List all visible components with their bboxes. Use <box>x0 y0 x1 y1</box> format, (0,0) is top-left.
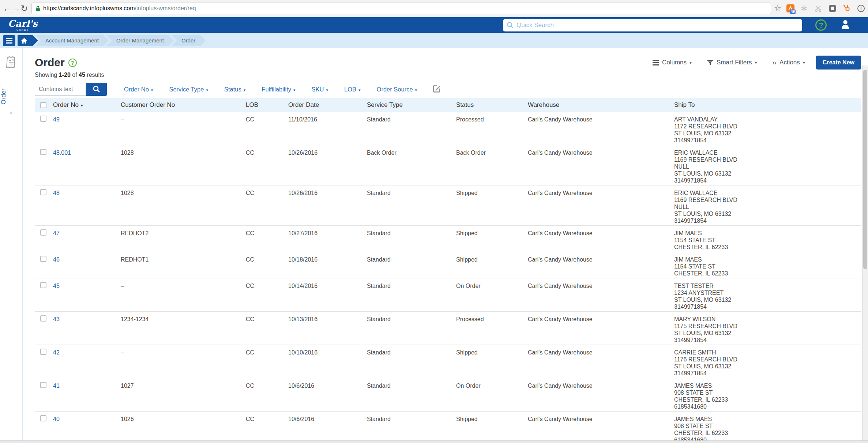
row-checkbox-cell <box>35 345 53 378</box>
carls-candy-logo[interactable]: Carl's CANDY <box>8 19 38 31</box>
ship-to-line: 1169 RESEARCH BLVD <box>674 196 861 203</box>
extension-alert-icon[interactable]: ! <box>856 4 866 13</box>
table-row[interactable]: 401026CC10/6/2016StandardShippedCarl's C… <box>35 412 861 443</box>
extension-orange-icon[interactable]: 49 <box>786 4 794 12</box>
lob-cell: CC <box>246 185 288 225</box>
service-type-cell: Standard <box>367 345 456 378</box>
row-checkbox[interactable] <box>40 382 46 388</box>
create-new-button[interactable]: Create New <box>816 56 861 70</box>
column-header-status[interactable]: Status <box>456 101 528 109</box>
order-no-link[interactable]: 46 <box>53 252 121 278</box>
address-bar[interactable]: https://carlscandy.infopluswms.com/infop… <box>31 3 771 14</box>
column-header-customer-order-no[interactable]: Customer Order No <box>121 101 246 109</box>
filter-order-no[interactable]: Order No▾ <box>124 86 153 93</box>
vertical-scrollbar[interactable] <box>862 65 868 440</box>
smart-filters-dropdown[interactable]: Smart Filters ▾ <box>707 59 757 66</box>
order-no-link[interactable]: 40 <box>53 412 121 443</box>
ship-to-line: 3149971854 <box>674 217 861 224</box>
breadcrumb-home[interactable] <box>18 35 38 46</box>
filter-order-source[interactable]: Order Source▾ <box>377 86 417 93</box>
contains-text-input[interactable] <box>35 83 86 96</box>
column-header-label: Warehouse <box>528 101 559 108</box>
column-header-warehouse[interactable]: Warehouse <box>528 101 674 109</box>
select-all-checkbox[interactable] <box>40 102 46 108</box>
order-no-link[interactable]: 49 <box>53 112 121 145</box>
row-checkbox[interactable] <box>40 256 46 262</box>
row-checkbox[interactable] <box>40 149 46 155</box>
order-receipt-icon[interactable]: $ <box>6 56 16 68</box>
quick-search-input[interactable] <box>516 22 799 29</box>
extension-sprocket-icon[interactable] <box>842 4 852 13</box>
quick-search[interactable] <box>503 19 802 31</box>
order-no-link[interactable]: 42 <box>53 345 121 378</box>
page-help-icon[interactable]: ? <box>68 59 77 67</box>
ship-to-line: ST LOUIS, MO 63132 <box>674 210 861 217</box>
sprocket-glyph <box>843 5 850 12</box>
row-checkbox[interactable] <box>40 116 46 122</box>
filter-fulfillability[interactable]: Fulfillability▾ <box>262 86 295 93</box>
browser-reload-icon[interactable]: ↻ <box>20 3 28 14</box>
menu-hamburger-icon[interactable] <box>3 35 15 46</box>
chevron-down-icon: ▾ <box>326 88 328 92</box>
extension-dark-icon[interactable] <box>828 4 837 13</box>
order-no-link[interactable]: 48.001 <box>53 145 121 185</box>
order-date-cell: 10/18/2016 <box>288 252 367 278</box>
table-row[interactable]: 45–CC10/14/2016StandardOn OrderCarl's Ca… <box>35 278 861 312</box>
funnel-icon <box>707 60 713 66</box>
row-checkbox-cell <box>35 378 53 411</box>
row-checkbox[interactable] <box>40 315 46 322</box>
column-header-ship-to[interactable]: Ship To <box>674 101 861 109</box>
breadcrumb-item-order-management[interactable]: Order Management <box>106 35 174 46</box>
breadcrumb-item-order[interactable]: Order <box>171 35 206 46</box>
bookmark-star-icon[interactable]: ☆ <box>774 4 781 13</box>
column-header-service-type[interactable]: Service Type <box>367 101 456 109</box>
extension-scissors-icon[interactable] <box>813 4 823 13</box>
order-no-link[interactable]: 43 <box>53 312 121 345</box>
extension-asterisk-icon[interactable] <box>799 4 809 13</box>
column-header-label: Status <box>456 101 474 108</box>
table-row[interactable]: 42–CC10/10/2016StandardShippedCarl's Can… <box>35 345 861 378</box>
table-row[interactable]: 48.0011028CC10/26/2016Back OrderBack Ord… <box>35 145 861 185</box>
actions-dropdown[interactable]: » Actions ▾ <box>772 59 805 67</box>
table-row[interactable]: 481028CC10/26/2016StandardShippedCarl's … <box>35 185 861 226</box>
order-no-link[interactable]: 47 <box>53 226 121 252</box>
scrollbar-thumb[interactable] <box>863 70 867 269</box>
column-header-order-date[interactable]: Order Date <box>288 101 367 109</box>
help-icon[interactable]: ? <box>815 19 827 31</box>
columns-dropdown[interactable]: Columns ▾ <box>653 59 692 66</box>
table-row[interactable]: 411027CC10/6/2016StandardOn OrderCarl's … <box>35 378 861 412</box>
order-date-cell: 10/10/2016 <box>288 345 367 378</box>
chevron-down-icon: ▾ <box>358 88 361 92</box>
breadcrumb-item-account-management[interactable]: Account Management <box>35 35 109 46</box>
side-tab-close-icon[interactable]: × <box>0 109 22 117</box>
table-row[interactable]: 431234-1234CC10/13/2016StandardProcessed… <box>35 312 861 345</box>
side-tab-order-label[interactable]: Order <box>0 89 7 104</box>
table-row[interactable]: 47REDHOT2CC10/27/2016StandardShippedCarl… <box>35 226 861 252</box>
row-checkbox[interactable] <box>40 415 46 421</box>
side-tab-strip: $ Order × <box>0 48 23 440</box>
filter-service-type[interactable]: Service Type▾ <box>169 86 208 93</box>
filter-sku[interactable]: SKU▾ <box>312 86 328 93</box>
filter-status[interactable]: Status▾ <box>224 86 245 93</box>
search-button[interactable] <box>86 83 107 96</box>
table-row[interactable]: 46REDHOT1CC10/18/2016StandardShippedCarl… <box>35 252 861 278</box>
status-cell: Back Order <box>456 145 528 185</box>
filter-lob[interactable]: LOB▾ <box>344 86 361 93</box>
user-profile-icon[interactable] <box>840 19 851 31</box>
edit-filter-icon[interactable] <box>432 84 441 94</box>
browser-back-icon[interactable]: ← <box>3 3 12 14</box>
table-row[interactable]: 49–CC11/10/2016StandardProcessedCarl's C… <box>35 112 861 145</box>
row-checkbox[interactable] <box>40 282 46 288</box>
filter-label: Status <box>224 86 241 93</box>
order-no-link[interactable]: 48 <box>53 185 121 225</box>
column-header-order-no[interactable]: Order No▾ <box>53 101 121 109</box>
table-body: 49–CC11/10/2016StandardProcessedCarl's C… <box>35 112 861 443</box>
order-no-link[interactable]: 45 <box>53 278 121 311</box>
row-checkbox[interactable] <box>40 229 46 236</box>
browser-forward-icon[interactable]: → <box>12 3 20 14</box>
row-checkbox[interactable] <box>40 349 46 355</box>
column-header-lob[interactable]: LOB <box>246 101 288 109</box>
breadcrumb: Account Management Order Management Orde… <box>0 33 868 48</box>
row-checkbox[interactable] <box>40 189 46 195</box>
order-no-link[interactable]: 41 <box>53 378 121 411</box>
